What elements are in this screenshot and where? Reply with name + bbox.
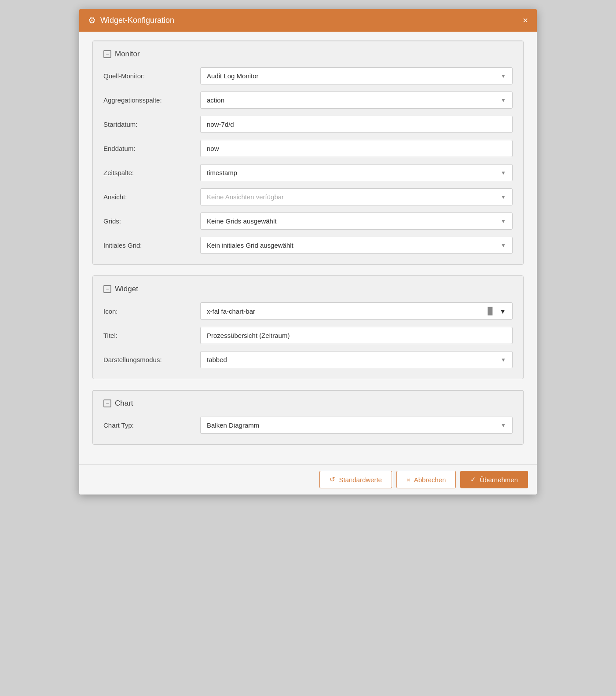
chart-typ-row: Chart Typ: Balken Diagramm ▼ — [103, 417, 513, 434]
icon-value: x-fal fa-chart-bar — [207, 308, 255, 315]
chart-section-title: Chart — [115, 399, 133, 408]
chart-typ-label: Chart Typ: — [103, 421, 200, 429]
startdatum-label: Startdatum: — [103, 121, 200, 128]
chart-typ-select[interactable]: Balken Diagramm ▼ — [200, 417, 513, 434]
initiales-grid-select[interactable]: Kein initiales Grid ausgewählt ▼ — [200, 237, 513, 254]
grids-row: Grids: Keine Grids ausgewählt ▼ — [103, 212, 513, 230]
chart-typ-value: Balken Diagramm — [207, 421, 259, 429]
modal-title-group: ⚙ Widget-Konfiguration — [88, 15, 174, 26]
monitor-section-title: Monitor — [115, 50, 140, 59]
zeitspalte-value: timestamp — [207, 169, 237, 176]
zeitspalte-row: Zeitspalte: timestamp ▼ — [103, 164, 513, 181]
gear-icon: ⚙ — [88, 15, 96, 26]
aggregationsspalte-value: action — [207, 96, 224, 104]
ansicht-value: Keine Ansichten verfügbar — [207, 193, 284, 201]
grids-arrow: ▼ — [501, 218, 506, 224]
ansicht-row: Ansicht: Keine Ansichten verfügbar ▼ — [103, 188, 513, 205]
uebernehmen-label: Übernehmen — [480, 476, 518, 484]
aggregationsspalte-select[interactable]: action ▼ — [200, 92, 513, 109]
ansicht-arrow: ▼ — [501, 194, 506, 200]
zeitspalte-label: Zeitspalte: — [103, 169, 200, 176]
abbrechen-label: Abbrechen — [414, 476, 446, 484]
aggregationsspalte-label: Aggregationsspalte: — [103, 96, 200, 104]
widget-section: − Widget Icon: x-fal fa-chart-bar ▐▌ ▼ — [92, 275, 524, 379]
icon-arrow: ▼ — [499, 308, 506, 315]
grids-select[interactable]: Keine Grids ausgewählt ▼ — [200, 212, 513, 230]
darstellungsmodus-value: tabbed — [207, 356, 227, 363]
bar-chart-icon: ▐▌ — [485, 307, 495, 315]
grids-value: Keine Grids ausgewählt — [207, 217, 276, 225]
ansicht-label: Ansicht: — [103, 193, 200, 201]
modal-title: Widget-Konfiguration — [100, 16, 174, 25]
standardwerte-label: Standardwerte — [339, 476, 382, 484]
darstellungsmodus-arrow: ▼ — [501, 357, 506, 363]
enddatum-label: Enddatum: — [103, 145, 200, 152]
modal-footer: ↺ Standardwerte × Abbrechen ✓ Übernehmen — [79, 464, 537, 495]
modal-body: − Monitor Quell-Monitor: Audit Log Monit… — [79, 32, 537, 464]
widget-config-modal: ⚙ Widget-Konfiguration × − Monitor Quell… — [79, 9, 537, 495]
check-icon: ✓ — [470, 476, 476, 484]
widget-collapse-icon[interactable]: − — [103, 285, 111, 293]
abbrechen-button[interactable]: × Abbrechen — [396, 471, 456, 488]
aggregationsspalte-arrow: ▼ — [501, 97, 506, 103]
darstellungsmodus-row: Darstellungsmodus: tabbed ▼ — [103, 351, 513, 368]
initiales-grid-row: Initiales Grid: Kein initiales Grid ausg… — [103, 237, 513, 254]
icon-label: Icon: — [103, 308, 200, 315]
aggregationsspalte-row: Aggregationsspalte: action ▼ — [103, 92, 513, 109]
titel-input[interactable] — [200, 327, 513, 344]
initiales-grid-arrow: ▼ — [501, 242, 506, 249]
titel-row: Titel: — [103, 327, 513, 344]
ansicht-select[interactable]: Keine Ansichten verfügbar ▼ — [200, 188, 513, 205]
chart-typ-arrow: ▼ — [501, 422, 506, 429]
widget-section-legend: − Widget — [103, 285, 513, 293]
chart-collapse-icon[interactable]: − — [103, 399, 111, 407]
chart-section-legend: − Chart — [103, 399, 513, 408]
zeitspalte-select[interactable]: timestamp ▼ — [200, 164, 513, 181]
quell-monitor-row: Quell-Monitor: Audit Log Monitor ▼ — [103, 67, 513, 84]
close-button[interactable]: × — [523, 16, 528, 25]
reset-icon: ↺ — [330, 476, 335, 484]
icon-select-left: x-fal fa-chart-bar — [207, 308, 255, 315]
modal-header: ⚙ Widget-Konfiguration × — [79, 9, 537, 32]
darstellungsmodus-select[interactable]: tabbed ▼ — [200, 351, 513, 368]
zeitspalte-arrow: ▼ — [501, 170, 506, 176]
initiales-grid-label: Initiales Grid: — [103, 242, 200, 249]
close-x-icon: × — [407, 476, 411, 484]
monitor-section-legend: − Monitor — [103, 50, 513, 59]
icon-select[interactable]: x-fal fa-chart-bar ▐▌ ▼ — [200, 302, 513, 320]
startdatum-row: Startdatum: — [103, 116, 513, 133]
grids-label: Grids: — [103, 217, 200, 225]
darstellungsmodus-label: Darstellungsmodus: — [103, 356, 200, 363]
widget-section-title: Widget — [115, 285, 138, 293]
icon-controls: ▐▌ ▼ — [485, 307, 506, 315]
uebernehmen-button[interactable]: ✓ Übernehmen — [460, 471, 528, 488]
quell-monitor-label: Quell-Monitor: — [103, 72, 200, 80]
monitor-section: − Monitor Quell-Monitor: Audit Log Monit… — [92, 40, 524, 265]
icon-row: Icon: x-fal fa-chart-bar ▐▌ ▼ — [103, 302, 513, 320]
chart-section: − Chart Chart Typ: Balken Diagramm ▼ — [92, 390, 524, 445]
quell-monitor-value: Audit Log Monitor — [207, 72, 259, 80]
standardwerte-button[interactable]: ↺ Standardwerte — [319, 471, 392, 488]
monitor-collapse-icon[interactable]: − — [103, 50, 111, 58]
initiales-grid-value: Kein initiales Grid ausgewählt — [207, 242, 293, 249]
startdatum-input[interactable] — [200, 116, 513, 133]
quell-monitor-select[interactable]: Audit Log Monitor ▼ — [200, 67, 513, 84]
enddatum-row: Enddatum: — [103, 140, 513, 157]
enddatum-input[interactable] — [200, 140, 513, 157]
titel-label: Titel: — [103, 332, 200, 339]
quell-monitor-arrow: ▼ — [501, 73, 506, 79]
